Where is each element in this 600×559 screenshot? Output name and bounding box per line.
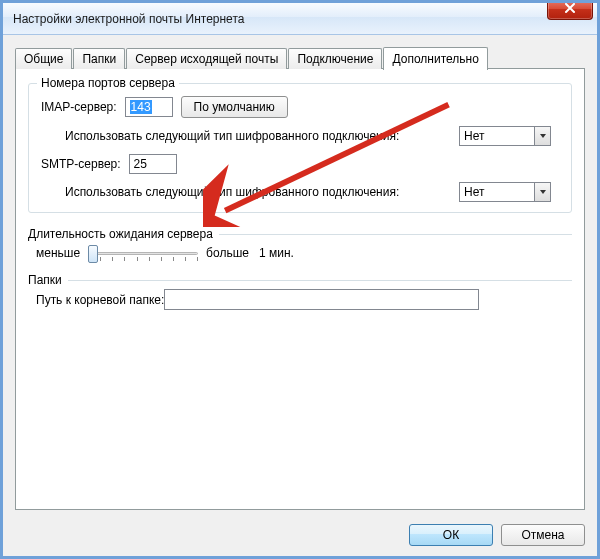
tab-outgoing[interactable]: Сервер исходящей почты: [126, 48, 287, 69]
window-title: Настройки электронной почты Интернета: [13, 12, 244, 26]
imap-encryption-label: Использовать следующий тип шифрованного …: [65, 129, 451, 143]
imap-label: IMAP-сервер:: [41, 100, 117, 114]
dialog-footer: ОК Отмена: [15, 524, 585, 546]
tabpanel-advanced: Номера портов сервера IMAP-сервер: 143 П…: [15, 68, 585, 510]
group-timeout: Длительность ожидания сервера меньше бол…: [28, 227, 572, 263]
smtp-encryption-value: Нет: [464, 185, 484, 199]
close-icon: [564, 2, 576, 17]
group-timeout-legend: Длительность ожидания сервера: [28, 227, 213, 241]
smtp-encryption-label: Использовать следующий тип шифрованного …: [65, 185, 451, 199]
group-folders: Папки Путь к корневой папке:: [28, 273, 572, 310]
imap-encryption-select[interactable]: Нет: [459, 126, 551, 146]
tab-connection[interactable]: Подключение: [288, 48, 382, 69]
group-folders-legend: Папки: [28, 273, 62, 287]
tab-advanced[interactable]: Дополнительно: [383, 47, 487, 70]
root-folder-label: Путь к корневой папке:: [36, 293, 164, 307]
titlebar: Настройки электронной почты Интернета: [3, 3, 597, 35]
timeout-slider[interactable]: [88, 243, 198, 263]
timeout-slider-thumb[interactable]: [88, 245, 98, 263]
timeout-max-label: больше: [206, 246, 249, 260]
group-server-ports: Номера портов сервера IMAP-сервер: 143 П…: [28, 83, 572, 213]
timeout-value: 1 мин.: [259, 246, 294, 260]
timeout-min-label: меньше: [36, 246, 80, 260]
chevron-down-icon: [534, 127, 550, 145]
dialog-body: Общие Папки Сервер исходящей почты Подкл…: [3, 35, 597, 556]
cancel-button[interactable]: Отмена: [501, 524, 585, 546]
smtp-label: SMTP-сервер:: [41, 157, 121, 171]
ok-button[interactable]: ОК: [409, 524, 493, 546]
chevron-down-icon: [534, 183, 550, 201]
root-folder-input[interactable]: [164, 289, 479, 310]
group-server-ports-legend: Номера портов сервера: [37, 76, 179, 90]
tab-general[interactable]: Общие: [15, 48, 72, 69]
default-ports-button[interactable]: По умолчанию: [181, 96, 288, 118]
tabstrip: Общие Папки Сервер исходящей почты Подкл…: [15, 45, 585, 69]
smtp-encryption-select[interactable]: Нет: [459, 182, 551, 202]
tab-folders[interactable]: Папки: [73, 48, 125, 69]
imap-encryption-value: Нет: [464, 129, 484, 143]
smtp-port-input[interactable]: [129, 154, 177, 174]
imap-port-selection: 143: [130, 100, 152, 114]
close-button[interactable]: [547, 0, 593, 20]
